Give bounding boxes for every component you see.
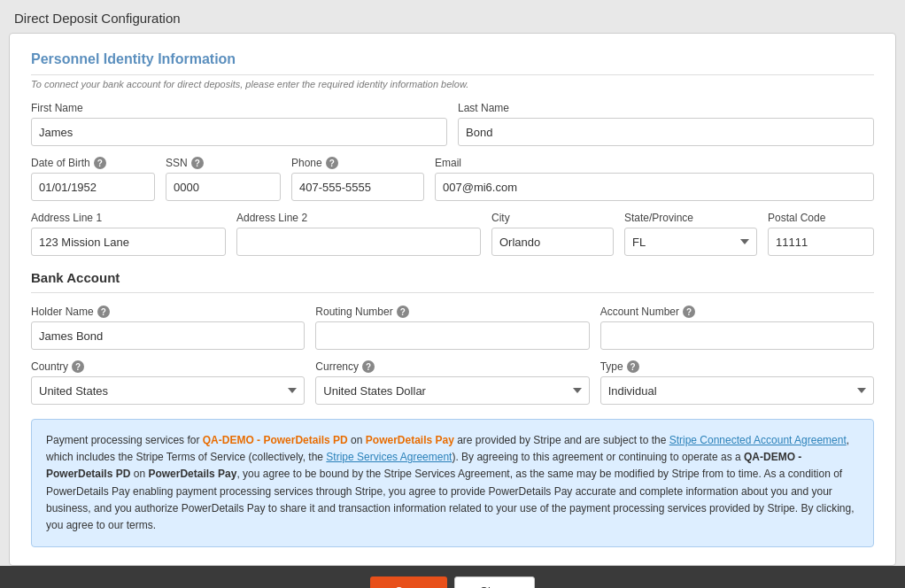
stripe-services-link[interactable]: Stripe Services Agreement (326, 451, 452, 463)
phone-help-icon[interactable]: ? (326, 157, 338, 169)
bank-row2: Country ? United States Currency ? Unite… (31, 360, 874, 405)
address1-label: Address Line 1 (31, 212, 226, 224)
disclaimer-box: Payment processing services for QA-DEMO … (31, 419, 874, 547)
address1-input[interactable] (31, 228, 226, 256)
routing-input[interactable] (315, 321, 589, 350)
disclaimer-text4: ). By agreeing to this agreement or cont… (452, 451, 744, 463)
disclaimer-on: on (348, 434, 366, 446)
personnel-section-title: Personnel Identity Information (31, 51, 874, 75)
postal-group: Postal Code (768, 212, 874, 256)
holder-name-input[interactable] (31, 321, 305, 350)
type-group: Type ? Individual Company (600, 360, 874, 405)
country-label: Country ? (31, 360, 305, 373)
personnel-section-subtitle: To connect your bank account for direct … (31, 79, 874, 89)
city-label: City (491, 212, 614, 224)
ssn-input[interactable] (166, 173, 281, 201)
page-title: Direct Deposit Configuration (0, 0, 905, 33)
stripe-connected-link[interactable]: Stripe Connected Account Agreement (669, 434, 847, 446)
city-input[interactable] (491, 228, 614, 256)
last-name-group: Last Name (458, 102, 874, 146)
company-name-1: QA-DEMO - PowerDetails PD (203, 434, 348, 446)
state-label: State/Province (624, 212, 757, 224)
ssn-group: SSN ? (166, 157, 281, 201)
product-name-2: PowerDetails Pay (148, 468, 236, 480)
first-name-label: First Name (31, 102, 447, 114)
country-group: Country ? United States (31, 360, 305, 405)
dob-label: Date of Birth ? (31, 157, 155, 169)
holder-name-help-icon[interactable]: ? (97, 306, 110, 318)
name-row: First Name Last Name (31, 102, 874, 146)
currency-select[interactable]: United States Dollar (315, 376, 589, 405)
holder-name-label: Holder Name ? (31, 306, 305, 318)
currency-group: Currency ? United States Dollar (315, 360, 589, 405)
type-select[interactable]: Individual Company (600, 376, 874, 405)
ssn-help-icon[interactable]: ? (191, 157, 204, 169)
email-label: Email (435, 157, 874, 169)
holder-name-group: Holder Name ? (31, 306, 305, 350)
bank-section: Bank Account Holder Name ? Routing Numbe… (31, 270, 874, 405)
address2-label: Address Line 2 (236, 212, 481, 224)
first-name-group: First Name (31, 102, 447, 146)
ssn-label: SSN ? (166, 157, 281, 169)
bank-section-title: Bank Account (31, 270, 874, 293)
account-help-icon[interactable]: ? (683, 306, 695, 318)
footer-bar: Save Close (0, 566, 905, 588)
modal-container: Personnel Identity Information To connec… (9, 33, 896, 566)
disclaimer-text2: are provided by Stripe and are subject t… (454, 434, 669, 446)
account-label: Account Number ? (600, 306, 874, 318)
state-group: State/Province FL (624, 212, 757, 256)
save-button[interactable]: Save (370, 576, 446, 588)
currency-label: Currency ? (315, 360, 589, 373)
first-name-input[interactable] (31, 118, 447, 146)
last-name-label: Last Name (458, 102, 874, 114)
routing-help-icon[interactable]: ? (397, 306, 409, 318)
account-input[interactable] (600, 321, 874, 350)
address2-input[interactable] (236, 228, 481, 256)
phone-label: Phone ? (291, 157, 424, 169)
dob-group: Date of Birth ? (31, 157, 155, 201)
disclaimer-text: Payment processing services for (46, 434, 203, 446)
phone-input[interactable] (291, 173, 424, 201)
state-select[interactable]: FL (624, 228, 757, 256)
dob-input[interactable] (31, 173, 155, 201)
country-select[interactable]: United States (31, 376, 305, 405)
currency-help-icon[interactable]: ? (362, 360, 375, 373)
email-group: Email (435, 157, 874, 201)
address2-group: Address Line 2 (236, 212, 481, 256)
disclaimer-text5: on (130, 468, 148, 480)
type-label: Type ? (600, 360, 874, 373)
city-group: City (491, 212, 614, 256)
close-button[interactable]: Close (454, 576, 535, 588)
bank-row1: Holder Name ? Routing Number ? Account N… (31, 306, 874, 350)
dob-help-icon[interactable]: ? (94, 157, 106, 169)
address-row: Address Line 1 Address Line 2 City State… (31, 212, 874, 256)
last-name-input[interactable] (458, 118, 874, 146)
type-help-icon[interactable]: ? (627, 360, 639, 373)
phone-group: Phone ? (291, 157, 424, 201)
email-input[interactable] (435, 173, 874, 201)
routing-group: Routing Number ? (315, 306, 589, 350)
postal-label: Postal Code (768, 212, 874, 224)
account-group: Account Number ? (600, 306, 874, 350)
country-help-icon[interactable]: ? (72, 360, 84, 373)
routing-label: Routing Number ? (315, 306, 589, 318)
postal-input[interactable] (768, 228, 874, 256)
product-name-1: PowerDetails Pay (366, 434, 454, 446)
identity-row: Date of Birth ? SSN ? Phone ? Email (31, 157, 874, 201)
address1-group: Address Line 1 (31, 212, 226, 256)
